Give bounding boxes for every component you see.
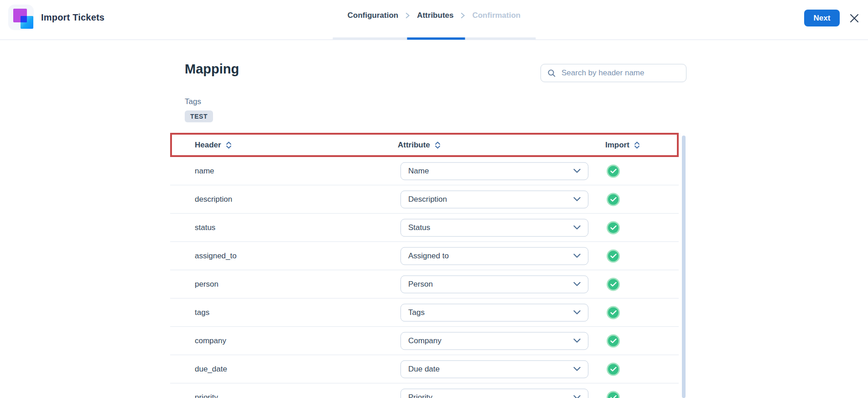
import-check-icon[interactable] — [607, 221, 620, 234]
row-header-label: description — [195, 195, 232, 204]
chevron-down-icon — [573, 282, 581, 287]
breadcrumb-step-configuration[interactable]: Configuration — [348, 11, 398, 20]
chevron-down-icon — [573, 197, 581, 202]
table-row: priority Priority — [170, 383, 679, 398]
column-header-label: Attribute — [398, 141, 430, 150]
page-title: Mapping — [185, 62, 239, 77]
import-check-icon[interactable] — [607, 391, 620, 398]
sort-icon[interactable] — [435, 141, 441, 149]
chevron-down-icon — [573, 169, 581, 173]
attribute-select-value: Status — [408, 223, 430, 232]
attribute-select-value: Company — [408, 336, 442, 346]
attribute-select[interactable]: Company — [400, 332, 588, 350]
table-row: person Person — [170, 270, 679, 298]
table-scrollbar[interactable] — [682, 136, 686, 398]
table-row: status Status — [170, 214, 679, 242]
top-header-bar: Import Tickets ConfigurationAttributesCo… — [0, 0, 868, 40]
mapping-table-rows: name Name description Description — [170, 157, 679, 398]
import-check-icon[interactable] — [607, 278, 620, 291]
attribute-select[interactable]: Due date — [400, 360, 588, 378]
column-header-header[interactable]: Header — [195, 141, 232, 150]
step-progress-track — [333, 37, 535, 40]
attribute-select-value: Person — [408, 280, 433, 289]
import-check-icon[interactable] — [607, 249, 620, 262]
row-header-label: priority — [195, 393, 218, 398]
sort-icon[interactable] — [226, 141, 232, 149]
search-box — [541, 64, 686, 82]
main-content: Mapping Tags TEST HeaderAttributeImport … — [170, 40, 686, 398]
row-header-label: name — [195, 167, 214, 176]
attribute-select-value: Due date — [408, 365, 440, 374]
import-check-icon[interactable] — [607, 362, 620, 376]
chevron-down-icon — [573, 254, 581, 258]
search-input[interactable] — [561, 68, 680, 78]
logo-overlap-square — [21, 16, 27, 22]
chevron-down-icon — [573, 367, 581, 372]
attribute-select-value: Assigned to — [408, 251, 449, 261]
row-header-label: status — [195, 223, 215, 232]
table-header-highlight: HeaderAttributeImport — [170, 133, 679, 157]
attribute-select[interactable]: Priority — [400, 388, 588, 398]
chevron-down-icon — [573, 310, 581, 315]
tag-badge: TEST — [185, 110, 213, 122]
next-button[interactable]: Next — [804, 10, 840, 26]
column-header-import[interactable]: Import — [605, 141, 640, 150]
sort-icon[interactable] — [634, 141, 640, 149]
row-header-label: tags — [195, 308, 209, 317]
chevron-down-icon — [573, 395, 581, 398]
breadcrumb: ConfigurationAttributesConfirmation — [348, 11, 520, 20]
attribute-select[interactable]: Tags — [400, 304, 588, 321]
attribute-select-value: Name — [408, 167, 429, 176]
table-row: company Company — [170, 327, 679, 355]
attribute-select[interactable]: Status — [400, 219, 588, 236]
import-check-icon[interactable] — [607, 306, 620, 319]
app-title: Import Tickets — [41, 12, 104, 23]
table-row: due_date Due date — [170, 355, 679, 383]
import-check-icon[interactable] — [607, 193, 620, 206]
row-header-label: due_date — [195, 365, 227, 374]
attribute-select-value: Description — [408, 195, 447, 204]
attribute-select[interactable]: Assigned to — [400, 247, 588, 265]
row-header-label: assigned_to — [195, 251, 237, 261]
chevron-right-icon — [405, 12, 410, 19]
table-row: tags Tags — [170, 298, 679, 327]
attribute-select[interactable]: Description — [400, 190, 588, 208]
tags-section-label: Tags — [185, 97, 201, 106]
breadcrumb-step-attributes[interactable]: Attributes — [417, 11, 453, 20]
close-icon[interactable] — [848, 12, 860, 24]
row-header-label: company — [195, 336, 226, 346]
breadcrumb-step-confirmation[interactable]: Confirmation — [472, 11, 520, 20]
app-logo — [8, 5, 34, 30]
import-check-icon[interactable] — [607, 334, 620, 347]
chevron-down-icon — [573, 225, 581, 230]
column-header-label: Import — [605, 141, 629, 150]
attribute-select[interactable]: Person — [400, 275, 588, 293]
attribute-select-value: Priority — [408, 393, 432, 398]
row-header-label: person — [195, 280, 218, 289]
search-icon — [547, 69, 556, 78]
column-header-label: Header — [195, 141, 221, 150]
chevron-right-icon — [460, 12, 465, 19]
import-check-icon[interactable] — [607, 164, 620, 178]
table-row: assigned_to Assigned to — [170, 242, 679, 270]
column-header-attribute[interactable]: Attribute — [398, 141, 441, 150]
step-progress-active-indicator — [407, 37, 465, 40]
attribute-select-value: Tags — [408, 308, 425, 317]
table-row: description Description — [170, 185, 679, 214]
attribute-select[interactable]: Name — [400, 162, 588, 180]
chevron-down-icon — [573, 339, 581, 343]
table-row: name Name — [170, 157, 679, 185]
